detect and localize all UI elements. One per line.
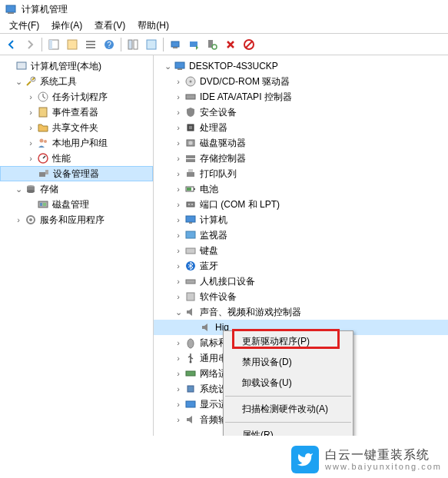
cpu-node[interactable]: ›处理器 — [154, 120, 448, 135]
sys-tools-node[interactable]: ⌄系统工具 — [0, 74, 153, 89]
svg-rect-12 — [147, 40, 156, 49]
expand-icon[interactable]: › — [172, 261, 184, 271]
tree-label: 事件查看器 — [52, 106, 103, 119]
printer-icon — [184, 168, 197, 180]
expand-icon[interactable]: › — [172, 169, 184, 178]
ports-node[interactable]: ›端口 (COM 和 LPT) — [154, 197, 448, 212]
right-pane: ⌄DESKTOP-4S3UCKP ›DVD/CD-ROM 驱动器 ›IDE AT… — [154, 55, 448, 436]
svg-rect-62 — [187, 293, 194, 300]
cm-update-driver[interactable]: 更新驱动程序(P) — [224, 331, 353, 352]
expand-icon[interactable]: › — [25, 154, 37, 163]
svg-rect-0 — [6, 5, 15, 12]
expand-icon[interactable]: › — [172, 354, 184, 363]
monitor-node[interactable]: ›监视器 — [154, 227, 448, 243]
expand-icon[interactable]: › — [172, 184, 184, 194]
software-icon — [184, 290, 197, 303]
menu-action[interactable]: 操作(A) — [45, 18, 88, 34]
view-btn-2[interactable] — [64, 36, 81, 53]
tree-label: 存储控制器 — [200, 152, 251, 165]
menu-file[interactable]: 文件(F) — [3, 18, 45, 34]
expand-icon[interactable]: › — [172, 292, 184, 301]
expand-icon[interactable]: › — [25, 108, 37, 117]
stop-btn[interactable] — [241, 36, 257, 53]
expand-icon[interactable]: › — [172, 246, 184, 255]
port-icon — [184, 198, 197, 211]
storage-ctrl-node[interactable]: ›存储控制器 — [154, 151, 448, 166]
device-mgr-node[interactable]: 设备管理器 — [0, 166, 153, 181]
bluetooth-node[interactable]: ›蓝牙 — [154, 258, 448, 274]
back-button[interactable] — [3, 36, 20, 53]
tree-label: 设备管理器 — [53, 168, 104, 181]
expand-icon[interactable]: › — [25, 92, 37, 101]
svg-rect-58 — [186, 231, 195, 238]
svg-point-45 — [189, 141, 193, 145]
task-sched-node[interactable]: ›任务计划程序 — [0, 89, 153, 105]
dvd-node[interactable]: ›DVD/CD-ROM 驱动器 — [154, 74, 448, 89]
event-viewer-node[interactable]: ›事件查看器 — [0, 105, 153, 120]
device-btn-2[interactable] — [185, 36, 202, 53]
svg-rect-48 — [187, 172, 194, 177]
cm-scan-hardware[interactable]: 扫描检测硬件改动(A) — [224, 399, 353, 420]
shared-node[interactable]: ›共享文件夹 — [0, 120, 153, 135]
cm-disable-device[interactable]: 禁用设备(D) — [224, 352, 353, 373]
computer-node[interactable]: ⌄DESKTOP-4S3UCKP — [154, 58, 448, 74]
expand-icon[interactable]: › — [172, 215, 184, 224]
expand-icon[interactable]: › — [25, 123, 37, 132]
collapse-icon[interactable]: ⌄ — [12, 77, 25, 87]
battery-node[interactable]: ›电池 — [154, 181, 448, 197]
view-btn-1[interactable] — [45, 36, 62, 53]
collapse-icon[interactable]: ⌄ — [161, 61, 174, 71]
expand-icon[interactable]: › — [172, 400, 184, 409]
users-icon — [37, 137, 49, 149]
cm-properties[interactable]: 属性(R) — [224, 425, 353, 436]
perf-node[interactable]: ›性能 — [0, 151, 153, 166]
security-node[interactable]: ›安全设备 — [154, 105, 448, 120]
expand-icon[interactable]: › — [172, 123, 184, 132]
help-btn[interactable]: ? — [101, 36, 118, 53]
print-node[interactable]: ›打印队列 — [154, 166, 448, 181]
ide-node[interactable]: ›IDE ATA/ATAPI 控制器 — [154, 89, 448, 105]
keyboard-node[interactable]: ›键盘 — [154, 243, 448, 258]
disk-icon — [37, 198, 49, 211]
expand-icon[interactable]: › — [172, 384, 184, 393]
view-btn-3[interactable] — [82, 36, 99, 53]
expand-icon[interactable]: › — [172, 277, 184, 286]
hid-node[interactable]: ›人机接口设备 — [154, 274, 448, 289]
expand-icon[interactable]: › — [172, 108, 184, 117]
expand-icon[interactable]: › — [172, 154, 184, 163]
sound-node[interactable]: ⌄声音、视频和游戏控制器 — [154, 304, 448, 320]
users-node[interactable]: ›本地用户和组 — [0, 135, 153, 151]
delete-btn[interactable] — [222, 36, 239, 53]
expand-icon[interactable]: › — [172, 77, 184, 86]
view-btn-5[interactable] — [143, 36, 160, 53]
cm-uninstall-device[interactable]: 卸载设备(U) — [224, 373, 353, 393]
expand-icon[interactable]: › — [172, 338, 184, 347]
scan-btn[interactable] — [204, 36, 221, 53]
collapse-icon[interactable]: ⌄ — [172, 307, 184, 317]
menu-help[interactable]: 帮助(H) — [131, 18, 175, 34]
forward-button[interactable] — [22, 36, 38, 53]
expand-icon[interactable]: › — [12, 215, 25, 224]
expand-icon[interactable]: › — [172, 369, 184, 378]
collapse-icon[interactable]: ⌄ — [12, 184, 25, 194]
computers-node[interactable]: ›计算机 — [154, 212, 448, 227]
services-node[interactable]: ›服务和应用程序 — [0, 212, 153, 227]
context-menu: 更新驱动程序(P) 禁用设备(D) 卸载设备(U) 扫描检测硬件改动(A) 属性… — [223, 330, 353, 436]
expand-icon[interactable]: › — [25, 138, 37, 148]
menu-view[interactable]: 查看(V) — [88, 18, 131, 34]
disk-node[interactable]: ›磁盘驱动器 — [154, 135, 448, 151]
watermark-url: www.baiyunxitong.com — [325, 462, 442, 472]
expand-icon[interactable]: › — [172, 92, 184, 101]
expand-icon[interactable]: › — [172, 138, 184, 148]
storage-node[interactable]: ⌄存储 — [0, 181, 153, 197]
software-node[interactable]: ›软件设备 — [154, 289, 448, 304]
disk-mgmt-node[interactable]: 磁盘管理 — [0, 197, 153, 212]
expand-icon[interactable]: › — [172, 200, 184, 209]
view-btn-4[interactable] — [124, 36, 141, 53]
device-btn-1[interactable] — [167, 36, 184, 53]
expand-icon[interactable]: › — [172, 415, 184, 424]
gpu-icon — [184, 398, 197, 410]
expand-icon[interactable]: › — [172, 231, 184, 240]
tree-root[interactable]: 计算机管理(本地) — [0, 58, 153, 74]
tree-label: 性能 — [52, 152, 75, 165]
